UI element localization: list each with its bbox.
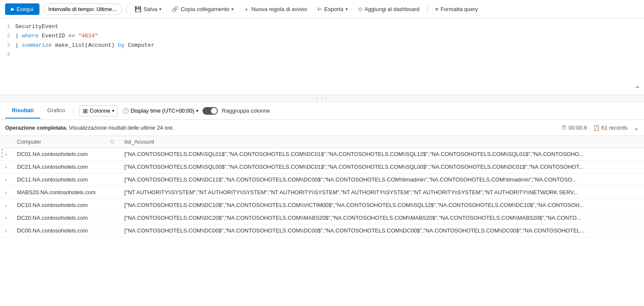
display-time-chevron-icon: ▾ xyxy=(196,108,198,113)
cell-empty xyxy=(105,212,119,224)
code-token: | xyxy=(15,42,22,48)
export-button[interactable]: ⊢ Esporta ▾ xyxy=(314,4,351,14)
records-icon: 📋 xyxy=(593,125,600,131)
line-number: 3 xyxy=(0,41,15,50)
toolbar-separator-1 xyxy=(127,5,127,14)
cell-list-account: ["NA.CONTOSOHOTELS.COM\\DC20$","NA.CONTO… xyxy=(119,212,644,224)
tab-chart[interactable]: Grafico xyxy=(40,103,72,119)
table-row: ›DC21.NA.contosohotels.com["NA.CONTOSOHO… xyxy=(0,161,644,173)
cell-computer: DC10.NA.contosohotels.com xyxy=(12,199,105,212)
display-time-button[interactable]: 🕐 Display time (UTC+00:00) ▾ xyxy=(122,108,198,114)
cell-empty xyxy=(105,161,119,173)
columns-chevron-icon: ▾ xyxy=(112,108,114,113)
columns-label: Colonne xyxy=(90,108,110,114)
save-label: Salva xyxy=(143,6,157,12)
dashboard-button[interactable]: ✩ Aggiungi al dashboard xyxy=(354,4,423,14)
tab-results[interactable]: Risultati xyxy=(5,103,40,119)
code-token: | xyxy=(15,33,22,39)
collapse-editor-button[interactable]: ⌃ xyxy=(634,85,641,93)
line-number: 1 xyxy=(0,22,15,31)
col-computer-label: Computer xyxy=(17,139,41,145)
cell-computer: DC21.NA.contosohotels.com xyxy=(12,161,105,173)
code-token: where xyxy=(22,33,39,39)
cell-empty xyxy=(105,199,119,212)
editor-line: 2| where EventID == "4624" xyxy=(0,31,644,41)
time-range-button[interactable]: Intervallo di tempo: Ultime... xyxy=(43,3,122,15)
code-token: Computer xyxy=(124,42,154,48)
new-rule-button[interactable]: ＋ Nuova regola di avviso xyxy=(240,4,311,15)
export-label: Esporta xyxy=(324,6,343,12)
new-rule-label: Nuova regola di avviso xyxy=(251,6,307,12)
format-query-button[interactable]: ≡ Formatta query xyxy=(432,4,481,14)
code-token: "4624" xyxy=(78,33,98,39)
copy-link-button[interactable]: 🔗 Copia collegamento ▾ xyxy=(168,4,237,14)
cell-list-account: ["NA.CONTOSOHOTELS.COM\\DC10$","NA.CONTO… xyxy=(119,199,644,212)
copy-chevron-icon: ▾ xyxy=(231,7,233,11)
columns-button[interactable]: ⊞ Colonne ▾ xyxy=(79,105,118,116)
cell-computer: MABS20.NA.contosohotels.com xyxy=(12,186,105,199)
plus-icon: ＋ xyxy=(244,6,249,13)
col-list-account-header: list_Account xyxy=(119,136,644,148)
filter-icon: ▽ xyxy=(110,139,114,145)
cell-empty xyxy=(105,148,119,161)
time-range-label: Intervallo di tempo: Ultime... xyxy=(48,6,117,12)
left-dot-2 xyxy=(1,152,3,154)
time-taken-value: 00:00.9 xyxy=(568,125,587,131)
group-columns-label: Raggruppa colonne xyxy=(222,108,270,114)
line-number: 4 xyxy=(0,50,15,60)
group-columns-toggle[interactable] xyxy=(202,107,218,115)
copy-label: Copia collegamento xyxy=(180,6,229,12)
results-header: Risultati Grafico ⊞ Colonne ▾ 🕐 Display … xyxy=(0,102,644,120)
status-message: Operazione completata. Visualizzazione r… xyxy=(5,125,174,131)
table-row: ›DC10.NA.contosohotels.com["NA.CONTOSOHO… xyxy=(0,199,644,212)
row-expand-button[interactable]: › xyxy=(0,224,12,237)
cell-computer: DC01.NA.contosohotels.com xyxy=(12,148,105,161)
col-filter-header[interactable]: ▽ xyxy=(105,136,119,148)
row-expand-button[interactable]: › xyxy=(0,173,12,186)
table-header-row: Computer ▽ list_Account xyxy=(0,136,644,148)
toolbar: ▶ Esegui Intervallo di tempo: Ultime... … xyxy=(0,0,644,19)
editor-lines: 1SecurityEvent2| where EventID == "4624"… xyxy=(0,22,644,60)
status-bar: Operazione completata. Visualizzazione r… xyxy=(0,120,644,136)
cell-empty xyxy=(105,224,119,237)
code-token: make_list(Account) xyxy=(52,42,118,48)
run-label: Esegui xyxy=(17,6,34,12)
editor-line: 4 xyxy=(0,50,644,60)
table-row: ›DC01.NA.contosohotels.com["NA.CONTOSOHO… xyxy=(0,148,644,161)
row-expand-button[interactable]: › xyxy=(0,212,12,224)
status-bold: Operazione completata. xyxy=(5,125,67,131)
row-expand-button[interactable]: › xyxy=(0,186,12,199)
export-icon: ⊢ xyxy=(318,6,322,12)
results-table: Computer ▽ list_Account ›DC01.NA.contoso… xyxy=(0,136,644,237)
query-editor[interactable]: 1SecurityEvent2| where EventID == "4624"… xyxy=(0,19,644,95)
run-button[interactable]: ▶ Esegui xyxy=(5,3,39,15)
results-controls: ⊞ Colonne ▾ 🕐 Display time (UTC+00:00) ▾… xyxy=(79,105,270,116)
row-expand-button[interactable]: › xyxy=(0,199,12,212)
status-rest: Visualizzazione risultati delle ultime 2… xyxy=(67,125,174,131)
cell-computer: DC11.NA.contosohotels.com xyxy=(12,173,105,186)
code-token: by xyxy=(118,42,125,48)
time-taken-item: ⏱ 00:00.9 xyxy=(561,125,587,131)
col-computer-header: Computer xyxy=(12,136,105,148)
table-row: ›DC11.NA.contosohotels.com["NA.CONTOSOHO… xyxy=(0,173,644,186)
table-row: ›DC20.NA.contosohotels.com["NA.CONTOSOHO… xyxy=(0,212,644,224)
table-row: ›MABS20.NA.contosohotels.com["NT AUTHORI… xyxy=(0,186,644,199)
columns-icon: ⊞ xyxy=(83,108,88,114)
record-count-item: 📋 61 records xyxy=(593,125,627,131)
cell-computer: DC20.NA.contosohotels.com xyxy=(12,212,105,224)
line-content: SecurityEvent xyxy=(15,22,644,31)
format-label: Formatta query xyxy=(441,6,478,12)
cell-list-account: ["NA.CONTOSOHOTELS.COM\\DC00$","NA.CONTO… xyxy=(119,224,644,237)
code-token: SecurityEvent xyxy=(15,23,58,30)
clock-icon: 🕐 xyxy=(122,108,129,114)
line-content: | where EventID == "4624" xyxy=(15,31,644,41)
star-icon: ✩ xyxy=(358,6,363,12)
save-button[interactable]: 💾 Salva ▾ xyxy=(131,4,165,14)
code-token: summarize xyxy=(22,42,52,48)
expand-results-button[interactable]: ⌄ xyxy=(633,124,639,132)
col-expand-header xyxy=(0,136,12,148)
editor-line: 1SecurityEvent xyxy=(0,22,644,31)
row-expand-button[interactable]: › xyxy=(0,161,12,173)
resize-handle[interactable]: • • • xyxy=(0,95,644,102)
copy-icon: 🔗 xyxy=(172,6,178,12)
